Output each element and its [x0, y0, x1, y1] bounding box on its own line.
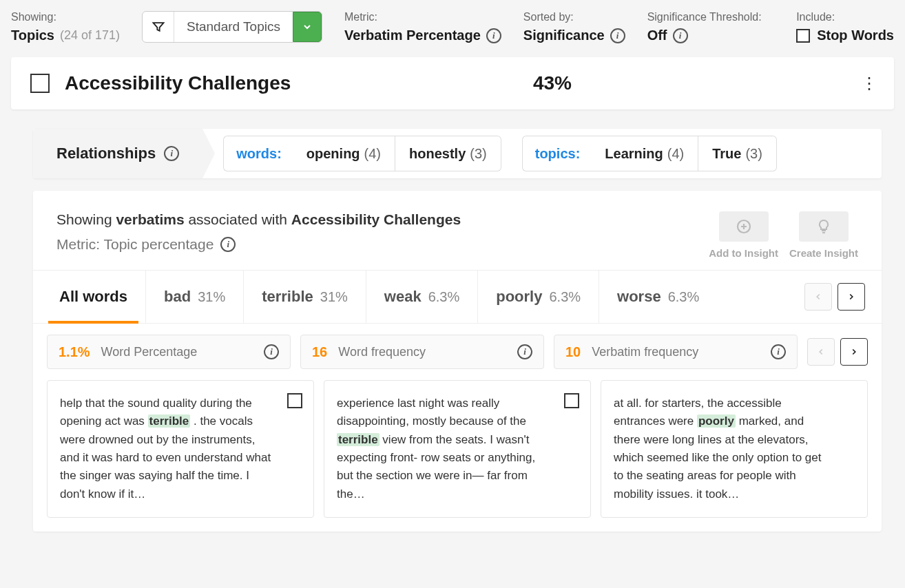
word-tab[interactable]: poorly6.3%	[478, 271, 599, 323]
verbatim-card[interactable]: help that the sound quality during the o…	[47, 380, 314, 518]
verbatim-text: help that the sound quality during the o…	[60, 395, 301, 503]
pill-label: honestly	[409, 146, 466, 162]
filter-dropdown-button[interactable]	[293, 12, 322, 42]
relationships-tab[interactable]: Relationships i	[33, 129, 202, 178]
topics-group-label: topics:	[522, 136, 592, 171]
filter-icon	[143, 12, 174, 42]
verbatim-card[interactable]: experience last night was really disappo…	[324, 380, 591, 518]
include-value: Stop Words	[817, 28, 894, 43]
significance-value: Off	[647, 28, 667, 43]
main-area: Accessibility Challenges 43% ⋮ Relations…	[0, 57, 905, 543]
showing-value: Topics (24 of 171)	[11, 28, 120, 43]
topic-checkbox[interactable]	[30, 74, 50, 93]
related-word-pill[interactable]: opening (4)	[293, 136, 395, 171]
highlight-word: terrible	[337, 433, 379, 446]
topic-percentage: 43%	[533, 72, 572, 94]
word-tabs: All words bad31% terrible31% weak6.3% po…	[33, 270, 882, 324]
word-tab[interactable]: bad31%	[146, 271, 244, 323]
topic-filter-select[interactable]: Standard Topics	[142, 11, 322, 43]
include-block: Include: Stop Words	[796, 11, 894, 43]
word-tabs-prev-button[interactable]	[804, 283, 832, 311]
info-icon[interactable]: i	[771, 344, 786, 359]
word-tab[interactable]: terrible31%	[244, 271, 366, 323]
pill-count: (3)	[470, 146, 486, 162]
info-icon[interactable]: i	[220, 237, 236, 252]
pill-count: (3)	[745, 146, 762, 162]
showing-block: Showing: Topics (24 of 171)	[11, 11, 120, 43]
pill-label: True	[712, 146, 741, 162]
pill-count: (4)	[364, 146, 381, 162]
significance-block: Significance Threshold: Off i	[647, 11, 762, 43]
metric-value: Verbatim Percentage	[344, 28, 481, 43]
related-topic-pill[interactable]: True (3)	[698, 136, 777, 171]
topic-card: Accessibility Challenges 43% ⋮	[11, 57, 894, 109]
stats-prev-button[interactable]	[807, 338, 835, 366]
verbatim-metric-line: Metric: Topic percentage i	[56, 236, 461, 253]
verbatim-panel: Showing verbatims associated with Access…	[33, 191, 882, 532]
related-topics-group: topics: Learning (4) True (3)	[522, 129, 777, 178]
pill-label: Learning	[605, 146, 663, 162]
info-icon[interactable]: i	[264, 344, 279, 359]
word-tab-all[interactable]: All words	[41, 271, 146, 323]
highlight-word: terrible	[148, 414, 191, 428]
stat-word-percentage: 1.1% Word Percentage i	[47, 335, 291, 369]
sorted-value: Significance	[523, 28, 605, 43]
verbatim-cards: help that the sound quality during the o…	[33, 380, 882, 518]
info-icon[interactable]: i	[610, 28, 625, 43]
sorted-block: Sorted by: Significance i	[523, 11, 625, 43]
top-toolbar: Showing: Topics (24 of 171) Standard Top…	[0, 0, 905, 57]
showing-label: Showing:	[11, 11, 120, 23]
word-tab[interactable]: worse6.3%	[599, 271, 717, 323]
include-label: Include:	[796, 11, 894, 23]
relationships-panel: Relationships i words: opening (4) hones…	[33, 129, 882, 178]
showing-value-text: Topics	[11, 28, 54, 43]
stats-next-button[interactable]	[840, 338, 868, 366]
verbatim-text: experience last night was really disappo…	[337, 395, 578, 503]
related-word-pill[interactable]: honestly (3)	[395, 136, 501, 171]
plus-circle-icon	[719, 211, 769, 242]
stop-words-checkbox[interactable]	[796, 29, 810, 43]
related-words-group: words: opening (4) honestly (3)	[223, 129, 501, 178]
add-to-insight-button[interactable]: Add to Insight	[709, 211, 778, 259]
words-group-label: words:	[223, 136, 293, 171]
showing-count: (24 of 171)	[60, 28, 120, 43]
word-tabs-next-button[interactable]	[838, 283, 865, 311]
stat-row: 1.1% Word Percentage i 16 Word frequency…	[33, 324, 882, 380]
verbatim-header: Showing verbatims associated with Access…	[33, 191, 882, 270]
relationships-tab-label: Relationships	[56, 145, 156, 162]
significance-label: Significance Threshold:	[647, 11, 762, 23]
stat-verbatim-frequency: 10 Verbatim frequency i	[554, 335, 798, 369]
verbatim-text: at all. for starters, the accessible ent…	[614, 395, 855, 503]
verbatim-checkbox[interactable]	[564, 393, 579, 408]
info-icon[interactable]: i	[673, 28, 688, 43]
topic-menu-button[interactable]: ⋮	[861, 74, 875, 93]
sorted-label: Sorted by:	[523, 11, 625, 23]
pill-count: (4)	[667, 146, 684, 162]
metric-block: Metric: Verbatim Percentage i	[344, 11, 501, 43]
related-topic-pill[interactable]: Learning (4)	[591, 136, 698, 171]
verbatim-checkbox[interactable]	[287, 393, 302, 408]
word-tab[interactable]: weak6.3%	[366, 271, 478, 323]
lightbulb-icon	[799, 211, 849, 242]
topic-title: Accessibility Challenges	[65, 72, 291, 94]
verbatim-header-line: Showing verbatims associated with Access…	[56, 211, 461, 228]
pill-label: opening	[306, 146, 360, 162]
highlight-word: poorly	[697, 414, 736, 428]
metric-label: Metric:	[344, 11, 501, 23]
info-icon[interactable]: i	[164, 146, 179, 161]
create-insight-button[interactable]: Create Insight	[789, 211, 858, 259]
verbatim-card[interactable]: at all. for starters, the accessible ent…	[601, 380, 868, 518]
filter-current-value: Standard Topics	[174, 12, 293, 42]
stat-word-frequency: 16 Word frequency i	[300, 335, 544, 369]
info-icon[interactable]: i	[486, 28, 501, 43]
info-icon[interactable]: i	[517, 344, 532, 359]
